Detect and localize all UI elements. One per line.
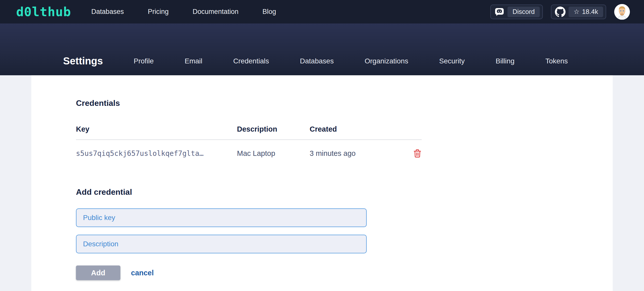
cancel-link[interactable]: cancel (131, 269, 154, 277)
top-navbar: d0lthub Databases Pricing Documentation … (0, 0, 644, 23)
settings-hero: Settings Profile Email Credentials Datab… (0, 23, 644, 75)
main-nav: Databases Pricing Documentation Blog (91, 8, 276, 16)
github-star-button[interactable]: ☆ 18.4k (551, 5, 606, 19)
nav-link-documentation[interactable]: Documentation (193, 8, 238, 16)
page-background: Credentials Key Description Created s5us… (0, 75, 644, 291)
tab-databases[interactable]: Databases (300, 57, 334, 65)
credentials-table: Key Description Created s5us7qiq5ckj657u… (76, 125, 422, 167)
tab-tokens[interactable]: Tokens (545, 57, 568, 65)
credentials-heading: Credentials (76, 99, 613, 108)
tab-security[interactable]: Security (439, 57, 465, 65)
tab-credentials[interactable]: Credentials (233, 57, 269, 65)
public-key-input[interactable] (76, 208, 367, 227)
credential-key-value: s5us7qiq5ckj657uslolkqef7glta… (76, 149, 237, 158)
column-header-description: Description (237, 125, 310, 133)
form-actions: Add cancel (76, 265, 613, 280)
settings-tabs: Profile Email Credentials Databases Orga… (134, 57, 568, 65)
github-icon (555, 7, 566, 17)
table-row: s5us7qiq5ckj657uslolkqef7glta… Mac Lapto… (76, 140, 422, 167)
tab-email[interactable]: Email (185, 57, 202, 65)
credential-description-value: Mac Laptop (237, 149, 310, 158)
tab-billing[interactable]: Billing (496, 57, 515, 65)
navbar-right: Discord ☆ 18.4k (490, 4, 630, 20)
discord-button[interactable]: Discord (490, 5, 543, 19)
delete-credential-button[interactable] (413, 149, 422, 158)
discord-icon (494, 8, 504, 16)
page-title: Settings (63, 55, 103, 67)
trash-icon (413, 155, 422, 159)
star-icon: ☆ (574, 8, 579, 16)
nav-link-pricing[interactable]: Pricing (148, 8, 169, 16)
dolthub-logo[interactable]: d0lthub (16, 6, 71, 18)
column-header-created: Created (310, 125, 407, 133)
nav-link-databases[interactable]: Databases (91, 8, 124, 16)
credential-created-value: 3 minutes ago (310, 149, 407, 158)
star-count-label: 18.4k (582, 8, 598, 16)
content-card: Credentials Key Description Created s5us… (31, 75, 613, 291)
tab-organizations[interactable]: Organizations (365, 57, 408, 65)
column-header-key: Key (76, 125, 237, 133)
discord-label: Discord (507, 7, 540, 17)
tab-profile[interactable]: Profile (134, 57, 154, 65)
credentials-table-header: Key Description Created (76, 125, 422, 140)
user-avatar[interactable] (614, 4, 630, 20)
github-star-count: ☆ 18.4k (569, 7, 603, 17)
add-button[interactable]: Add (76, 265, 120, 280)
nav-link-blog[interactable]: Blog (262, 8, 276, 16)
add-credential-heading: Add credential (76, 187, 613, 197)
description-input[interactable] (76, 235, 367, 253)
